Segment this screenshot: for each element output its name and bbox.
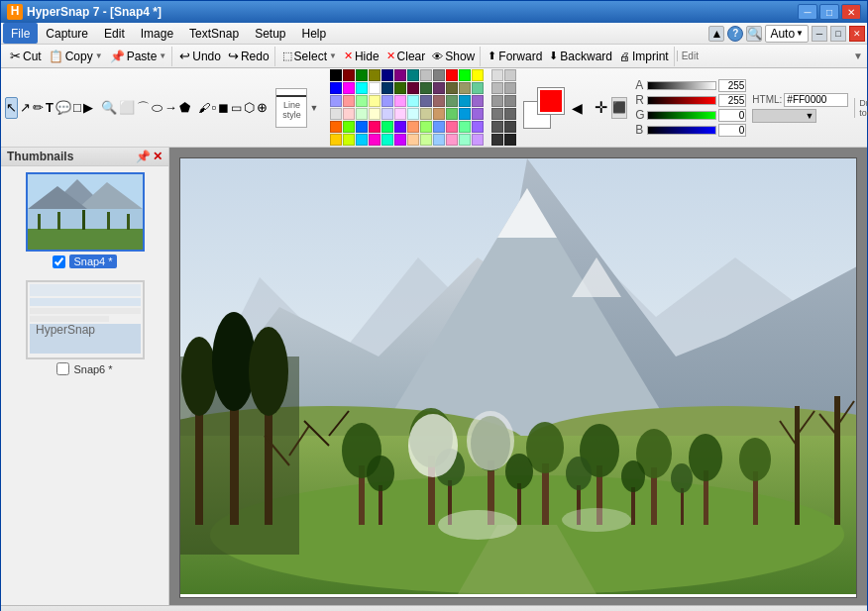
- color-cell[interactable]: [356, 134, 368, 146]
- color-cell[interactable]: [433, 121, 445, 133]
- color-cell[interactable]: [472, 108, 484, 120]
- color-cell[interactable]: [356, 108, 368, 120]
- color-cell[interactable]: [459, 82, 471, 94]
- color-prev-icon[interactable]: ◀: [572, 100, 583, 116]
- color-cell[interactable]: [420, 108, 432, 120]
- channel-r-input[interactable]: [718, 79, 746, 92]
- color-picker-icon[interactable]: ⬛: [611, 97, 627, 119]
- color-cell[interactable]: [343, 134, 355, 146]
- color-cell[interactable]: [459, 69, 471, 81]
- color-cell[interactable]: [446, 134, 458, 146]
- menu-setup[interactable]: Setup: [247, 23, 293, 44]
- color-cell[interactable]: [459, 108, 471, 120]
- color-cell[interactable]: [330, 95, 342, 107]
- imprint-button[interactable]: 🖨 Imprint: [616, 47, 672, 66]
- rect-tool[interactable]: ⬜: [119, 97, 135, 119]
- text-tool[interactable]: T: [46, 97, 54, 119]
- color-cell[interactable]: [420, 95, 432, 107]
- extra-color-cell[interactable]: [491, 121, 503, 133]
- extra-color-cell[interactable]: [504, 108, 516, 120]
- color-cell[interactable]: [420, 121, 432, 133]
- color-cell[interactable]: [394, 121, 406, 133]
- lasso-tool[interactable]: ⌒: [137, 97, 150, 119]
- more-tool[interactable]: ⊕: [257, 97, 268, 119]
- color-cell[interactable]: [343, 121, 355, 133]
- color-cell[interactable]: [394, 95, 406, 107]
- fill-tool[interactable]: ◼: [218, 97, 229, 119]
- color-cell[interactable]: [369, 121, 380, 133]
- color-cell[interactable]: [407, 134, 419, 146]
- show-button[interactable]: 👁 Show: [429, 47, 478, 66]
- color-cell[interactable]: [472, 134, 484, 146]
- redo-button[interactable]: ↪ Redo: [225, 47, 272, 66]
- color-cell[interactable]: [446, 121, 458, 133]
- color-cell[interactable]: [330, 108, 342, 120]
- hide-button[interactable]: ✕ Hide: [341, 47, 382, 66]
- color-cell[interactable]: [459, 134, 471, 146]
- extra-color-cell[interactable]: [504, 95, 516, 107]
- search-icon[interactable]: 🔍: [746, 26, 762, 42]
- color-cell[interactable]: [420, 134, 432, 146]
- line-style-selector[interactable]: Linestyle: [275, 88, 307, 128]
- extra-color-cell[interactable]: [491, 82, 503, 94]
- shape-tool[interactable]: ⬟: [179, 97, 190, 119]
- eraser-tool[interactable]: ▫: [212, 97, 217, 119]
- color-cell[interactable]: [381, 108, 393, 120]
- color-cell[interactable]: [343, 82, 355, 94]
- undo-button[interactable]: ↩ Undo: [176, 47, 224, 66]
- color-cell[interactable]: [356, 95, 368, 107]
- extra-color-cell[interactable]: [504, 82, 516, 94]
- select-button[interactable]: ⬚ Select ▼: [279, 47, 340, 66]
- color-cell[interactable]: [459, 95, 471, 107]
- polygon-tool[interactable]: ⬡: [244, 97, 255, 119]
- channel-a-input[interactable]: [718, 124, 746, 137]
- line-style-dropdown-icon[interactable]: ▼: [309, 103, 318, 113]
- extra-color-cell[interactable]: [491, 69, 503, 81]
- menu-help[interactable]: Help: [294, 23, 335, 44]
- window-max-icon[interactable]: □: [830, 26, 846, 42]
- callout-tool[interactable]: 💬: [55, 97, 71, 119]
- add-color-icon[interactable]: ✛: [595, 98, 607, 117]
- canvas-area[interactable]: [169, 148, 867, 605]
- close-button[interactable]: ✕: [841, 4, 861, 20]
- extra-color-cell[interactable]: [491, 108, 503, 120]
- expand-icon[interactable]: ▼: [853, 51, 863, 61]
- menu-capture[interactable]: Capture: [38, 23, 96, 44]
- color-cell[interactable]: [433, 82, 445, 94]
- color-cell[interactable]: [433, 108, 445, 120]
- color-cell[interactable]: [472, 82, 484, 94]
- color-cell[interactable]: [369, 82, 380, 94]
- color-cell[interactable]: [433, 134, 445, 146]
- color-cell[interactable]: [420, 69, 432, 81]
- color-cell[interactable]: [472, 121, 484, 133]
- close-panel-icon[interactable]: ✕: [153, 150, 163, 163]
- channel-g-bar[interactable]: [647, 96, 716, 105]
- channel-b-input[interactable]: [718, 109, 746, 122]
- color-cell[interactable]: [369, 69, 380, 81]
- color-cell[interactable]: [381, 134, 393, 146]
- color-cell[interactable]: [356, 82, 368, 94]
- arrow2-tool[interactable]: ▶: [83, 97, 93, 119]
- thumb-snap6-checkbox[interactable]: [56, 362, 69, 375]
- color-cell[interactable]: [433, 69, 445, 81]
- foreground-color-swatch[interactable]: [538, 88, 564, 114]
- arrowline-tool[interactable]: →: [164, 97, 177, 119]
- color-cell[interactable]: [330, 134, 342, 146]
- color-cell[interactable]: [369, 108, 380, 120]
- toolbar-toggle-icon[interactable]: ▲: [708, 26, 724, 42]
- color-cell[interactable]: [343, 69, 355, 81]
- paste-button[interactable]: 📌 Paste ▼: [107, 47, 170, 66]
- menu-textsnap[interactable]: TextSnap: [181, 23, 247, 44]
- color-cell[interactable]: [394, 69, 406, 81]
- color-cell[interactable]: [356, 121, 368, 133]
- color-cell[interactable]: [343, 95, 355, 107]
- color-cell[interactable]: [407, 121, 419, 133]
- color-cell[interactable]: [394, 134, 406, 146]
- thumbnail-snap4[interactable]: Snap4 *: [1, 166, 168, 274]
- color-cell[interactable]: [459, 121, 471, 133]
- color-cell[interactable]: [394, 82, 406, 94]
- color-cell[interactable]: [420, 82, 432, 94]
- channel-a-bar[interactable]: [647, 126, 716, 135]
- color-cell[interactable]: [407, 108, 419, 120]
- window-min-icon[interactable]: ─: [812, 26, 827, 42]
